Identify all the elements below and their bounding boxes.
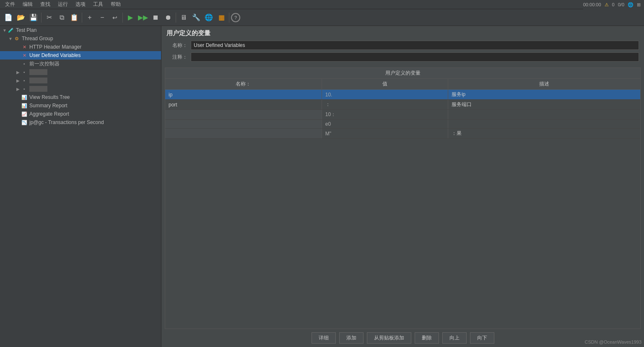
toolbar-sep-1 bbox=[41, 13, 42, 23]
threadgroup-icon: ⚙ bbox=[13, 35, 20, 42]
warning-count: 0 bbox=[612, 2, 615, 7]
toolbar-remote-clear-btn[interactable]: 🔧 bbox=[190, 12, 202, 23]
graph-icon: 📉 bbox=[21, 119, 28, 126]
menu-search[interactable]: 查找 bbox=[37, 0, 54, 9]
toolbar-paste-btn[interactable]: 📋 bbox=[68, 12, 80, 23]
page-title: 用户定义的变量 bbox=[166, 29, 639, 37]
variables-table-section: 用户定义的变量 名称： 值 描述 ip10.服务ipport：服务端口10：e0… bbox=[165, 67, 641, 329]
content-area: 用户定义的变量 名称： 注释： 用户定义的变量 名称： 值 描述 bbox=[161, 26, 644, 347]
tree-label-group1 bbox=[29, 69, 47, 75]
arrow-group3: ▶ bbox=[15, 87, 21, 91]
tree-label-aggregate-report: Aggregate Report bbox=[29, 111, 69, 117]
agg-icon: 📈 bbox=[21, 111, 28, 117]
arrow-group2: ▶ bbox=[15, 78, 21, 83]
down-button[interactable]: 向下 bbox=[470, 332, 494, 344]
cell-name: port bbox=[165, 100, 322, 110]
table-row[interactable]: port：服务端口 bbox=[165, 100, 640, 110]
menu-run[interactable]: 运行 bbox=[55, 0, 71, 9]
tree-item-group2[interactable]: ▶ ▪ bbox=[0, 76, 161, 85]
toolbar-save-btn[interactable]: 💾 bbox=[28, 12, 39, 23]
toolbar-run-btn[interactable]: ▶ bbox=[125, 12, 136, 23]
up-button[interactable]: 向上 bbox=[442, 332, 467, 344]
toolbar-template-btn[interactable]: ▦ bbox=[216, 12, 227, 23]
detail-button[interactable]: 详细 bbox=[312, 332, 336, 344]
comment-label: 注释： bbox=[166, 54, 187, 61]
var-icon: ✕ bbox=[21, 52, 28, 59]
toolbar-cut-btn[interactable]: ✂ bbox=[43, 12, 55, 23]
tree-item-user-defined-vars[interactable]: ▶ ✕ User Defined Variables bbox=[0, 51, 161, 60]
variables-table: 名称： 值 描述 ip10.服务ipport：服务端口10：e0M"：果 bbox=[165, 79, 640, 139]
globe-icon: 🌐 bbox=[628, 2, 634, 8]
arrow-thread-group: ▼ bbox=[8, 36, 13, 41]
col-value: 值 bbox=[322, 79, 448, 90]
tree-item-test-plan[interactable]: ▼ 🧪 Test Plan bbox=[0, 26, 161, 34]
toolbar-stop-btn[interactable]: ⏹ bbox=[150, 12, 161, 23]
add-button[interactable]: 添加 bbox=[339, 332, 364, 344]
tree-label-group3 bbox=[29, 86, 47, 92]
toolbar-run-nopause-btn[interactable]: ▶▶ bbox=[137, 12, 149, 23]
tree-item-group3[interactable]: ▶ ▪ bbox=[0, 85, 161, 93]
toolbar-help-btn[interactable]: ? bbox=[231, 13, 240, 22]
toolbar-sep-3 bbox=[122, 13, 123, 23]
group1-icon: ▪ bbox=[21, 69, 28, 75]
name-input[interactable] bbox=[191, 41, 639, 50]
toolbar-undo-btn[interactable]: ↩ bbox=[109, 12, 121, 23]
tree-item-group1[interactable]: ▶ ▪ bbox=[0, 68, 161, 76]
table-row[interactable]: M"：果 bbox=[165, 129, 640, 139]
cell-value: 10. bbox=[322, 90, 448, 100]
toolbar-add-btn[interactable]: + bbox=[84, 12, 96, 23]
delete-button[interactable]: 删除 bbox=[415, 332, 439, 344]
name-label: 名称： bbox=[166, 42, 187, 49]
arrow-test-plan: ▼ bbox=[2, 28, 8, 33]
add-clipboard-button[interactable]: 从剪贴板添加 bbox=[367, 332, 411, 344]
toolbar-sep-4 bbox=[176, 13, 176, 23]
menu-tools[interactable]: 工具 bbox=[90, 0, 106, 9]
sidebar-drag-handle[interactable] bbox=[159, 26, 161, 347]
toolbar-open-btn[interactable]: 📂 bbox=[15, 12, 27, 23]
table-row[interactable]: e0 bbox=[165, 120, 640, 129]
summary-icon: 📊 bbox=[21, 102, 28, 109]
menu-edit[interactable]: 编辑 bbox=[19, 0, 36, 9]
table-row[interactable]: 10： bbox=[165, 110, 640, 120]
toolbar-remote-start-btn[interactable]: 🖥 bbox=[178, 12, 190, 23]
tree-item-thread-group[interactable]: ▼ ⚙ Thread Group bbox=[0, 34, 161, 43]
comment-input[interactable] bbox=[191, 52, 639, 62]
toolbar-copy-btn[interactable]: ⧉ bbox=[56, 12, 68, 23]
toolbar-remove-btn[interactable]: − bbox=[96, 12, 108, 23]
tree-label-http-header: HTTP Header Manager bbox=[29, 44, 82, 50]
cell-desc bbox=[448, 120, 640, 129]
toolbar-new-btn[interactable]: 📄 bbox=[3, 12, 14, 23]
listener-icon: 📊 bbox=[21, 94, 28, 101]
table-title: 用户定义的变量 bbox=[165, 68, 640, 79]
expand-icon: ⊞ bbox=[637, 2, 641, 8]
tree-label-summary-report: Summary Report bbox=[29, 103, 68, 109]
status-time: 00:00:00 bbox=[583, 2, 601, 7]
tree-label-view-results-tree: View Results Tree bbox=[29, 94, 70, 100]
content-header: 用户定义的变量 名称： 注释： bbox=[161, 26, 644, 66]
error-count: 0/0 bbox=[618, 2, 624, 7]
tree-item-transactions-per-second[interactable]: ▶ 📉 jp@gc - Transactions per Second bbox=[0, 118, 161, 127]
cell-name bbox=[165, 120, 322, 129]
warning-icon: ⚠ bbox=[605, 2, 609, 8]
toolbar: 📄 📂 💾 ✂ ⧉ 📋 + − ↩ ▶ ▶▶ ⏹ ⏺ 🖥 🔧 🌐 ▦ ? bbox=[0, 9, 644, 26]
main-layout: ▼ 🧪 Test Plan ▼ ⚙ Thread Group ▶ ✕ HTTP … bbox=[0, 26, 644, 347]
cell-value: M" bbox=[322, 129, 448, 139]
menu-file[interactable]: 文件 bbox=[2, 0, 18, 9]
tree-item-view-results-tree[interactable]: ▶ 📊 View Results Tree bbox=[0, 93, 161, 101]
toolbar-sep-2 bbox=[82, 13, 82, 23]
cell-value: 10： bbox=[322, 110, 448, 120]
tree-label-tps: jp@gc - Transactions per Second bbox=[29, 119, 104, 125]
group3-icon: ▪ bbox=[21, 85, 28, 92]
tree-item-aggregate-report[interactable]: ▶ 📈 Aggregate Report bbox=[0, 110, 161, 118]
menu-options[interactable]: 选项 bbox=[72, 0, 89, 9]
menu-help[interactable]: 帮助 bbox=[107, 0, 124, 9]
cell-value: e0 bbox=[322, 120, 448, 129]
name-row: 名称： bbox=[166, 41, 639, 50]
tree-item-controller1[interactable]: ▶ ▪ 前一次控制器 bbox=[0, 60, 161, 68]
toolbar-stop-force-btn[interactable]: ⏺ bbox=[162, 12, 174, 23]
tree-item-summary-report[interactable]: ▶ 📊 Summary Report bbox=[0, 101, 161, 110]
tree-item-http-header[interactable]: ▶ ✕ HTTP Header Manager bbox=[0, 43, 161, 51]
toolbar-remote-btn[interactable]: 🌐 bbox=[203, 12, 215, 23]
testplan-icon: 🧪 bbox=[8, 27, 14, 34]
table-row[interactable]: ip10.服务ip bbox=[165, 90, 640, 100]
